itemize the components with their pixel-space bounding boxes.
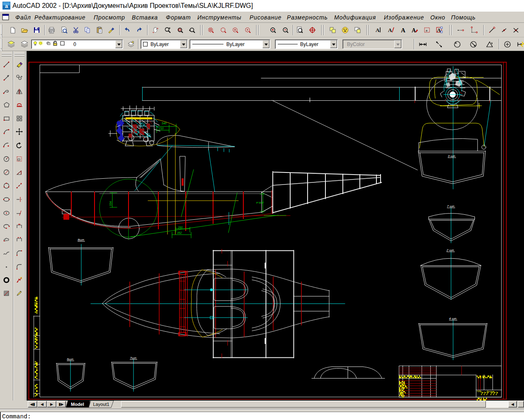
svg-text:A: A [401,27,405,34]
svg-text:540: 540 [162,122,167,125]
svg-text:352: 352 [177,231,182,234]
svg-text:▚▞: ▚▞ [401,395,405,398]
svg-text:▞▚▌ ▙▞: ▞▚▌ ▙▞ [476,398,487,401]
svg-text:A: A [412,27,416,34]
svg-text:▚▞▌ ▙▚ ▞▚▙: ▚▞▌ ▙▚ ▞▚▙ [476,375,492,379]
svg-text:Model: Model [71,402,84,407]
svg-text:2 шп.: 2 шп. [446,248,455,252]
svg-text:▚▞▗▖▚▞▚: ▚▞▗▖▚▞▚ [34,384,38,397]
svg-text:8шп.: 8шп. [78,238,85,242]
svg-text:6шп.: 6шп. [67,357,74,361]
svg-text:A: A [376,27,380,33]
svg-text:??? ???: ??? ??? [480,390,498,396]
svg-text:4 шп.: 4 шп. [449,317,457,320]
svg-text:▙▚▞▌▞▚▛▌▞▙▚▞▖: ▙▚▞▌▞▚▛▌▞▙▚▞▖ [399,375,422,379]
svg-text:A: A [388,27,392,33]
svg-text:Layout1: Layout1 [93,402,109,407]
svg-text:334: 334 [109,201,112,206]
svg-text:466: 466 [34,302,37,307]
svg-text:260: 260 [177,226,183,229]
svg-text:210: 210 [158,127,164,130]
svg-text:▞▚▗▞▚▖▞▚▟▞: ▞▚▗▞▚▖▞▚▟▞ [34,361,38,379]
svg-text:8°30'0": 8°30'0" [256,202,264,204]
svg-text:a: a [426,28,427,32]
svg-text:7шп.: 7шп. [130,356,137,360]
svg-text:a: a [5,3,8,9]
svg-text:3 шп.: 3 шп. [448,154,456,158]
svg-text:7 шп.: 7 шп. [447,204,455,208]
svg-text:▚▞▗▞▚▛▞▚▙▞▚▞: ▚▞▗▞▚▛▞▚▙▞▚▞ [34,327,38,349]
